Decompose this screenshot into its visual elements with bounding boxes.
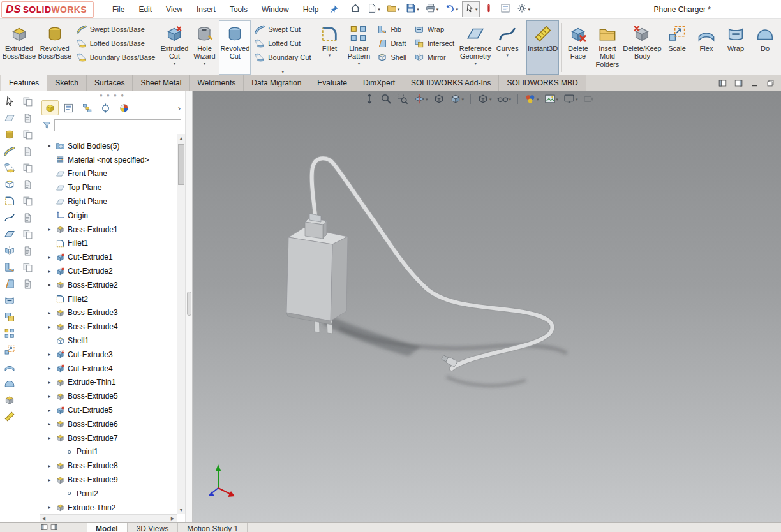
task-pane-button[interactable] [498, 1, 513, 17]
tree-vertical-scrollbar[interactable]: ▲ ▼ [177, 134, 185, 514]
tab-sheet-metal[interactable]: Sheet Metal [133, 75, 190, 91]
print-button[interactable]: ▾ [423, 1, 442, 17]
zoom-fit-button[interactable] [380, 93, 392, 105]
curves-button[interactable]: Curves▾ [493, 20, 522, 75]
menu-window[interactable]: Window [255, 1, 296, 18]
tree-item-cut-extrude3[interactable]: ▸Cut-Extrude3 [43, 348, 177, 362]
copy-button[interactable] [20, 193, 36, 209]
tree-item-extrude-thin2[interactable]: ▸Extrude-Thin2 [43, 501, 177, 514]
tree-item-cut-extrude1[interactable]: ▸Cut-Extrude1 [43, 250, 177, 264]
tab-model[interactable]: Model [87, 523, 128, 532]
flex-button[interactable] [1, 358, 18, 375]
tab-data-migration[interactable]: Data Migration [244, 75, 309, 91]
charger-side-face[interactable] [331, 237, 348, 321]
tab-motion-study-1[interactable]: Motion Study 1 [178, 523, 248, 532]
curves-button[interactable] [1, 209, 18, 226]
dropdown-caret-icon[interactable]: ▾ [556, 97, 559, 101]
graphics-area[interactable]: ▾▾▾▾▾▾▾ [193, 91, 781, 522]
spacemouse-button[interactable] [481, 1, 496, 17]
lofted-boss-base-button[interactable]: Lofted Boss/Base [77, 38, 156, 48]
dropdown-caret-icon[interactable]: ▾ [507, 53, 509, 57]
select-cursor-button[interactable]: ▾ [462, 1, 480, 17]
tab-evaluate[interactable]: Evaluate [309, 75, 355, 91]
dome-button[interactable] [1, 375, 18, 392]
pane-right-button[interactable] [734, 79, 743, 87]
delete-keep-body-button[interactable]: Delete/Keep Body [622, 20, 662, 75]
expand-arrow-icon[interactable]: ▸ [46, 463, 53, 469]
rib-button[interactable]: Rib [377, 24, 406, 34]
gray-doc-button[interactable] [20, 209, 36, 226]
tab-dimxpert[interactable]: DimXpert [355, 75, 403, 91]
plane-button[interactable] [1, 110, 18, 126]
undo-button[interactable]: ▾ [442, 1, 461, 17]
menu-view[interactable]: View [159, 1, 190, 18]
tree-item-origin[interactable]: Origin [43, 209, 177, 223]
tree-item-boss-extrude7[interactable]: ▸Boss-Extrude7 [43, 431, 177, 445]
rib-button[interactable] [1, 259, 18, 276]
tree-horizontal-scrollbar[interactable]: ◀ ▶ [40, 514, 177, 522]
tree-item-point2[interactable]: Point2 [43, 487, 177, 501]
display-style-button[interactable]: ▾ [477, 93, 492, 105]
intersect-button[interactable]: Intersect [414, 38, 454, 48]
dropdown-caret-icon[interactable]: ▾ [528, 7, 530, 11]
expand-arrow-icon[interactable]: ▸ [46, 226, 53, 232]
gray-doc-button[interactable] [20, 276, 36, 292]
instant3d-button[interactable]: Instant3D [526, 20, 559, 75]
tree-item-boss-extrude5[interactable]: ▸Boss-Extrude5 [43, 389, 177, 403]
pane-right-button[interactable] [50, 524, 57, 531]
scroll-left-arrow-icon[interactable]: ◀ [40, 516, 48, 521]
featuremanager-part-tab[interactable] [41, 100, 59, 115]
boundary-boss-base-button[interactable]: Boundary Boss/Base [77, 52, 156, 63]
expand-arrow-icon[interactable]: ▸ [46, 324, 53, 330]
scene-button[interactable]: ▾ [544, 93, 559, 105]
expand-arrow-icon[interactable]: ▸ [46, 394, 53, 399]
tab-surfaces[interactable]: Surfaces [87, 75, 133, 91]
panel-expand-chevron[interactable]: › [175, 103, 183, 113]
wrap-button[interactable] [1, 292, 18, 309]
copy-button[interactable] [20, 126, 36, 143]
tree-item-boss-extrude6[interactable]: ▸Boss-Extrude6 [43, 417, 177, 431]
fillet-button[interactable] [1, 193, 18, 209]
expand-arrow-icon[interactable]: ▸ [46, 408, 53, 413]
dropdown-caret-icon[interactable]: ▾ [475, 7, 478, 11]
tree-item-cut-extrude4[interactable]: ▸Cut-Extrude4 [43, 362, 177, 376]
wire-cube-button[interactable] [433, 93, 445, 105]
intersect-button[interactable] [1, 309, 18, 325]
tree-item-cut-extrude5[interactable]: ▸Cut-Extrude5 [43, 403, 177, 417]
home-button[interactable] [348, 1, 363, 17]
tree-item-top-plane[interactable]: Top Plane [43, 181, 177, 195]
menu-tools[interactable]: Tools [223, 1, 255, 18]
dropdown-caret-icon[interactable]: ▾ [282, 70, 285, 74]
draft-button[interactable] [1, 276, 18, 292]
dropdown-caret-icon[interactable]: ▾ [462, 97, 465, 101]
tab-solidworks-add-ins[interactable]: SOLIDWORKS Add-Ins [403, 75, 499, 91]
draft-button[interactable]: Draft [377, 38, 406, 48]
pane-left-button[interactable] [718, 79, 727, 87]
pane-left-button[interactable] [41, 524, 48, 531]
dropdown-caret-icon[interactable]: ▾ [378, 7, 380, 11]
reference-geometry-button[interactable]: Reference Geometry▾ [458, 20, 493, 75]
scroll-up-arrow-icon[interactable]: ▲ [177, 134, 185, 142]
panel-splitter[interactable] [185, 91, 193, 522]
dropdown-caret-icon[interactable]: ▾ [489, 97, 492, 101]
tree-item-front-plane[interactable]: Front Plane [43, 167, 177, 181]
panel-drag-handle[interactable]: ● ● ● ● [40, 91, 185, 100]
tree-item-boss-extrude2[interactable]: ▸Boss-Extrude2 [43, 278, 177, 292]
dropdown-caret-icon[interactable]: ▾ [174, 61, 176, 66]
tree-item-fillet1[interactable]: Fillet1 [43, 237, 177, 251]
shell-button[interactable]: Shell [377, 52, 406, 63]
tree-item-solid-bodies-5[interactable]: ▸Solid Bodies(5) [43, 139, 177, 153]
dropdown-caret-icon[interactable]: ▾ [537, 97, 539, 101]
expand-arrow-icon[interactable]: ▸ [46, 351, 53, 357]
tree-item-fillet2[interactable]: Fillet2 [43, 292, 177, 306]
gray-doc-button[interactable] [20, 242, 36, 259]
revolved-cut-button[interactable]: Revolved Cut [219, 20, 251, 75]
tab-sketch[interactable]: Sketch [47, 75, 87, 91]
linear-pattern-button[interactable]: Linear Pattern▾ [344, 20, 373, 75]
wrap-button[interactable]: Wrap [414, 24, 454, 34]
appearance-balls-button[interactable]: ▾ [524, 93, 539, 105]
filter-input[interactable] [54, 119, 181, 131]
tree-item-boss-extrude3[interactable]: ▸Boss-Extrude3 [43, 306, 177, 320]
expand-arrow-icon[interactable]: ▸ [46, 282, 53, 288]
dropdown-caret-icon[interactable]: ▾ [436, 7, 439, 11]
